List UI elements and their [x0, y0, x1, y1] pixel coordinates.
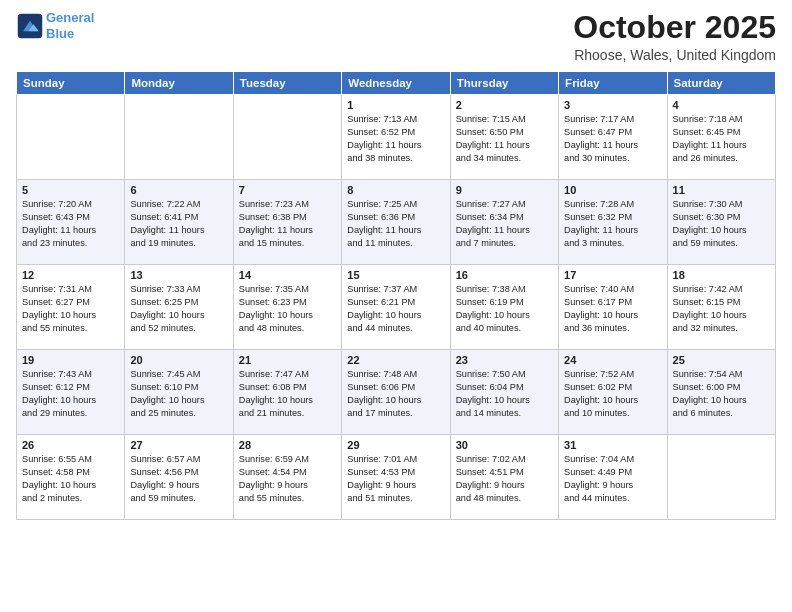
- page: General Blue October 2025 Rhoose, Wales,…: [0, 0, 792, 612]
- month-title: October 2025: [573, 10, 776, 45]
- day-number: 4: [673, 99, 770, 111]
- calendar-cell-4-4: 22Sunrise: 7:48 AMSunset: 6:06 PMDayligh…: [342, 350, 450, 435]
- day-info: Sunrise: 7:17 AMSunset: 6:47 PMDaylight:…: [564, 113, 661, 165]
- calendar-cell-3-2: 13Sunrise: 7:33 AMSunset: 6:25 PMDayligh…: [125, 265, 233, 350]
- calendar-cell-4-2: 20Sunrise: 7:45 AMSunset: 6:10 PMDayligh…: [125, 350, 233, 435]
- calendar-cell-4-6: 24Sunrise: 7:52 AMSunset: 6:02 PMDayligh…: [559, 350, 667, 435]
- day-info: Sunrise: 7:20 AMSunset: 6:43 PMDaylight:…: [22, 198, 119, 250]
- day-info: Sunrise: 7:22 AMSunset: 6:41 PMDaylight:…: [130, 198, 227, 250]
- calendar-cell-3-6: 17Sunrise: 7:40 AMSunset: 6:17 PMDayligh…: [559, 265, 667, 350]
- day-number: 18: [673, 269, 770, 281]
- weekday-header-monday: Monday: [125, 72, 233, 95]
- title-block: October 2025 Rhoose, Wales, United Kingd…: [573, 10, 776, 63]
- calendar-cell-1-5: 2Sunrise: 7:15 AMSunset: 6:50 PMDaylight…: [450, 95, 558, 180]
- day-info: Sunrise: 7:52 AMSunset: 6:02 PMDaylight:…: [564, 368, 661, 420]
- calendar-cell-3-4: 15Sunrise: 7:37 AMSunset: 6:21 PMDayligh…: [342, 265, 450, 350]
- day-number: 1: [347, 99, 444, 111]
- calendar-cell-5-7: [667, 435, 775, 520]
- calendar-cell-2-6: 10Sunrise: 7:28 AMSunset: 6:32 PMDayligh…: [559, 180, 667, 265]
- calendar-cell-5-4: 29Sunrise: 7:01 AMSunset: 4:53 PMDayligh…: [342, 435, 450, 520]
- day-info: Sunrise: 7:25 AMSunset: 6:36 PMDaylight:…: [347, 198, 444, 250]
- day-number: 24: [564, 354, 661, 366]
- day-number: 29: [347, 439, 444, 451]
- calendar-cell-4-3: 21Sunrise: 7:47 AMSunset: 6:08 PMDayligh…: [233, 350, 341, 435]
- weekday-header-friday: Friday: [559, 72, 667, 95]
- calendar-cell-3-7: 18Sunrise: 7:42 AMSunset: 6:15 PMDayligh…: [667, 265, 775, 350]
- day-number: 12: [22, 269, 119, 281]
- logo-icon: [16, 12, 44, 40]
- location-title: Rhoose, Wales, United Kingdom: [573, 47, 776, 63]
- day-info: Sunrise: 6:55 AMSunset: 4:58 PMDaylight:…: [22, 453, 119, 505]
- day-number: 11: [673, 184, 770, 196]
- day-info: Sunrise: 7:37 AMSunset: 6:21 PMDaylight:…: [347, 283, 444, 335]
- day-number: 22: [347, 354, 444, 366]
- calendar-cell-2-7: 11Sunrise: 7:30 AMSunset: 6:30 PMDayligh…: [667, 180, 775, 265]
- day-number: 13: [130, 269, 227, 281]
- day-number: 19: [22, 354, 119, 366]
- day-number: 21: [239, 354, 336, 366]
- day-number: 15: [347, 269, 444, 281]
- calendar-cell-5-1: 26Sunrise: 6:55 AMSunset: 4:58 PMDayligh…: [17, 435, 125, 520]
- weekday-header-row: SundayMondayTuesdayWednesdayThursdayFrid…: [17, 72, 776, 95]
- calendar-cell-2-4: 8Sunrise: 7:25 AMSunset: 6:36 PMDaylight…: [342, 180, 450, 265]
- day-number: 2: [456, 99, 553, 111]
- day-info: Sunrise: 7:38 AMSunset: 6:19 PMDaylight:…: [456, 283, 553, 335]
- day-info: Sunrise: 7:48 AMSunset: 6:06 PMDaylight:…: [347, 368, 444, 420]
- day-info: Sunrise: 7:54 AMSunset: 6:00 PMDaylight:…: [673, 368, 770, 420]
- calendar-cell-5-5: 30Sunrise: 7:02 AMSunset: 4:51 PMDayligh…: [450, 435, 558, 520]
- logo-blue: Blue: [46, 26, 74, 41]
- weekday-header-thursday: Thursday: [450, 72, 558, 95]
- calendar-table: SundayMondayTuesdayWednesdayThursdayFrid…: [16, 71, 776, 520]
- week-row-5: 26Sunrise: 6:55 AMSunset: 4:58 PMDayligh…: [17, 435, 776, 520]
- calendar-cell-3-3: 14Sunrise: 7:35 AMSunset: 6:23 PMDayligh…: [233, 265, 341, 350]
- day-number: 14: [239, 269, 336, 281]
- day-info: Sunrise: 7:47 AMSunset: 6:08 PMDaylight:…: [239, 368, 336, 420]
- day-number: 10: [564, 184, 661, 196]
- day-number: 5: [22, 184, 119, 196]
- day-info: Sunrise: 6:57 AMSunset: 4:56 PMDaylight:…: [130, 453, 227, 505]
- day-info: Sunrise: 7:13 AMSunset: 6:52 PMDaylight:…: [347, 113, 444, 165]
- calendar-cell-2-2: 6Sunrise: 7:22 AMSunset: 6:41 PMDaylight…: [125, 180, 233, 265]
- calendar-cell-4-1: 19Sunrise: 7:43 AMSunset: 6:12 PMDayligh…: [17, 350, 125, 435]
- day-info: Sunrise: 7:04 AMSunset: 4:49 PMDaylight:…: [564, 453, 661, 505]
- day-info: Sunrise: 7:15 AMSunset: 6:50 PMDaylight:…: [456, 113, 553, 165]
- weekday-header-sunday: Sunday: [17, 72, 125, 95]
- calendar-cell-5-6: 31Sunrise: 7:04 AMSunset: 4:49 PMDayligh…: [559, 435, 667, 520]
- day-number: 17: [564, 269, 661, 281]
- day-info: Sunrise: 7:18 AMSunset: 6:45 PMDaylight:…: [673, 113, 770, 165]
- day-number: 30: [456, 439, 553, 451]
- calendar-cell-1-1: [17, 95, 125, 180]
- day-info: Sunrise: 7:30 AMSunset: 6:30 PMDaylight:…: [673, 198, 770, 250]
- week-row-2: 5Sunrise: 7:20 AMSunset: 6:43 PMDaylight…: [17, 180, 776, 265]
- calendar-cell-2-1: 5Sunrise: 7:20 AMSunset: 6:43 PMDaylight…: [17, 180, 125, 265]
- weekday-header-wednesday: Wednesday: [342, 72, 450, 95]
- day-info: Sunrise: 7:01 AMSunset: 4:53 PMDaylight:…: [347, 453, 444, 505]
- logo-text: General Blue: [46, 10, 94, 41]
- calendar-cell-2-3: 7Sunrise: 7:23 AMSunset: 6:38 PMDaylight…: [233, 180, 341, 265]
- day-number: 27: [130, 439, 227, 451]
- day-number: 25: [673, 354, 770, 366]
- day-number: 6: [130, 184, 227, 196]
- day-info: Sunrise: 7:28 AMSunset: 6:32 PMDaylight:…: [564, 198, 661, 250]
- calendar-cell-1-4: 1Sunrise: 7:13 AMSunset: 6:52 PMDaylight…: [342, 95, 450, 180]
- day-number: 8: [347, 184, 444, 196]
- week-row-4: 19Sunrise: 7:43 AMSunset: 6:12 PMDayligh…: [17, 350, 776, 435]
- day-info: Sunrise: 7:35 AMSunset: 6:23 PMDaylight:…: [239, 283, 336, 335]
- day-info: Sunrise: 7:42 AMSunset: 6:15 PMDaylight:…: [673, 283, 770, 335]
- week-row-1: 1Sunrise: 7:13 AMSunset: 6:52 PMDaylight…: [17, 95, 776, 180]
- calendar-cell-5-2: 27Sunrise: 6:57 AMSunset: 4:56 PMDayligh…: [125, 435, 233, 520]
- logo: General Blue: [16, 10, 94, 41]
- calendar-cell-4-5: 23Sunrise: 7:50 AMSunset: 6:04 PMDayligh…: [450, 350, 558, 435]
- calendar-cell-2-5: 9Sunrise: 7:27 AMSunset: 6:34 PMDaylight…: [450, 180, 558, 265]
- day-info: Sunrise: 7:23 AMSunset: 6:38 PMDaylight:…: [239, 198, 336, 250]
- day-info: Sunrise: 7:31 AMSunset: 6:27 PMDaylight:…: [22, 283, 119, 335]
- day-number: 9: [456, 184, 553, 196]
- weekday-header-tuesday: Tuesday: [233, 72, 341, 95]
- calendar-cell-1-6: 3Sunrise: 7:17 AMSunset: 6:47 PMDaylight…: [559, 95, 667, 180]
- day-info: Sunrise: 6:59 AMSunset: 4:54 PMDaylight:…: [239, 453, 336, 505]
- header: General Blue October 2025 Rhoose, Wales,…: [16, 10, 776, 63]
- day-info: Sunrise: 7:33 AMSunset: 6:25 PMDaylight:…: [130, 283, 227, 335]
- weekday-header-saturday: Saturday: [667, 72, 775, 95]
- calendar-cell-5-3: 28Sunrise: 6:59 AMSunset: 4:54 PMDayligh…: [233, 435, 341, 520]
- day-number: 31: [564, 439, 661, 451]
